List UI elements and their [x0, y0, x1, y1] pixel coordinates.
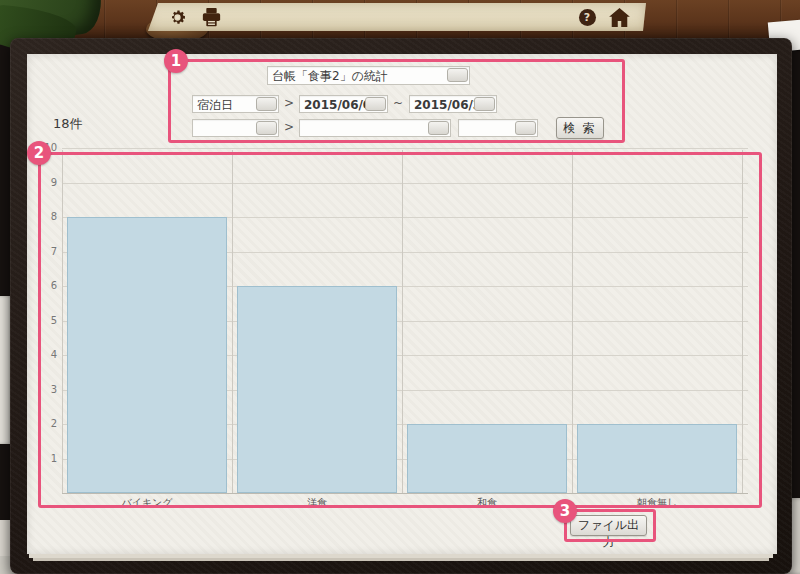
- category-label: バイキング: [62, 496, 232, 510]
- home-icon[interactable]: [608, 7, 630, 27]
- paper-stack-edge: [33, 558, 769, 561]
- gridline: [62, 148, 748, 149]
- annotation-badge-2: 2: [27, 141, 51, 165]
- x-axis-line: [62, 493, 748, 494]
- annotation-badge-1: 1: [164, 49, 188, 73]
- settings-gear-icon[interactable]: [166, 7, 188, 27]
- app-screen: ? 18件 1 台帳「食事2」の統計: [0, 0, 800, 574]
- y-axis-line: [62, 150, 63, 493]
- board-frame: 18件 1 台帳「食事2」の統計 宿泊日 > 2015/06/01 ~ 2015…: [10, 38, 792, 574]
- y-axis-label: 6: [39, 280, 57, 291]
- vertical-gridline: [742, 150, 743, 493]
- y-axis-label: 5: [39, 315, 57, 326]
- category-label: 朝食無し: [572, 496, 742, 510]
- y-axis-label: 2: [39, 418, 57, 429]
- y-axis-label: 3: [39, 384, 57, 395]
- y-axis-label: 9: [39, 177, 57, 188]
- bar: [407, 424, 567, 493]
- category-label: 和食: [402, 496, 572, 510]
- help-glyph: ?: [579, 9, 596, 26]
- vertical-gridline: [572, 150, 573, 493]
- top-toolbar: ?: [148, 3, 646, 31]
- help-icon[interactable]: ?: [576, 7, 598, 27]
- bar: [237, 286, 397, 493]
- gridline: [62, 183, 748, 184]
- vertical-gridline: [402, 150, 403, 493]
- bar-chart: 12345678910バイキング洋食和食朝食無し: [27, 54, 777, 554]
- y-axis-label: 4: [39, 349, 57, 360]
- bar: [577, 424, 737, 493]
- print-icon[interactable]: [200, 7, 222, 27]
- y-axis-label: 7: [39, 246, 57, 257]
- wood-desk-header: ?: [0, 0, 800, 40]
- category-label: 洋食: [232, 496, 402, 510]
- y-axis-label: 8: [39, 211, 57, 222]
- y-axis-label: 1: [39, 453, 57, 464]
- annotation-badge-3: 3: [553, 499, 577, 523]
- content-paper: 18件 1 台帳「食事2」の統計 宿泊日 > 2015/06/01 ~ 2015…: [27, 54, 777, 554]
- bar: [67, 217, 227, 493]
- vertical-gridline: [232, 150, 233, 493]
